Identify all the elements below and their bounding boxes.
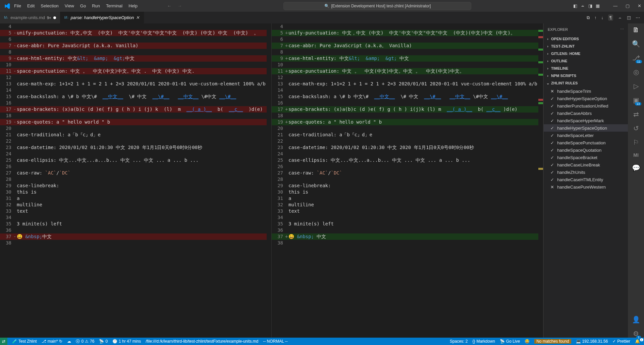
minimap-left[interactable] — [267, 23, 271, 338]
panel-open-editors[interactable]: OPEN EDITORS — [544, 35, 628, 43]
remote-icon[interactable]: ⇄ — [633, 110, 639, 118]
rule-item[interactable]: ✓handleCaseHTMLEntity — [544, 176, 628, 183]
menu-go[interactable]: Go — [77, 2, 89, 10]
panel-label: TEST-ZHLINT — [551, 44, 575, 48]
comment-icon[interactable]: 💬 — [632, 164, 640, 172]
status-prettier[interactable]: ✓ Prettier — [612, 339, 630, 344]
rule-item[interactable]: ✓handleSpaceLetter — [544, 132, 628, 139]
diff-right-pane[interactable]: 4 5+unify-punctuation: 中文，中文 (中文) 中文'中文'… — [272, 23, 543, 338]
braces-icon: {} — [472, 339, 475, 344]
code-line: 18 — [272, 113, 543, 119]
status-spaces[interactable]: Spaces: 2 — [450, 339, 468, 344]
window-minimize-icon[interactable]: — — [613, 3, 618, 8]
status-branch[interactable]: ⎇ main* ↻ — [42, 339, 63, 344]
more-icon[interactable]: ⋯ — [620, 27, 624, 31]
source-control-icon[interactable]: ⎇11 — [632, 54, 640, 62]
layout-panel-right-icon[interactable]: ◨ — [588, 3, 592, 8]
whitespace-icon[interactable]: ¶ — [608, 14, 613, 21]
status-ports[interactable]: 📡0 — [99, 339, 108, 344]
layout-panel-left-icon[interactable]: ◧ — [573, 3, 577, 8]
status-project[interactable]: 🧪 Test Zhlint — [12, 339, 37, 344]
status-problems[interactable]: ⓧ0 ⚠76 — [76, 339, 94, 344]
rule-item[interactable]: ✓handleHyperSpaceOption — [544, 95, 628, 102]
run-debug-icon[interactable]: ▷ — [634, 82, 639, 90]
panel-npm-scripts[interactable]: NPM SCRIPTS — [544, 72, 628, 79]
search-icon[interactable]: 🔍 — [632, 40, 640, 48]
window-close-icon[interactable]: ✕ — [638, 3, 641, 8]
code-line: 34 — [272, 214, 543, 221]
account-icon[interactable]: 👤 — [632, 316, 640, 324]
extensions-icon[interactable]: ▣13 — [633, 96, 639, 104]
status-emoji[interactable]: 😂 — [525, 339, 530, 344]
code-line: 4 — [272, 23, 543, 30]
code-line: 21 case-traditional: a「b『c』d」e — [272, 132, 543, 138]
status-language[interactable]: {} Markdown — [472, 339, 495, 344]
code-line: 13 case-math-exp: 1+1=2 1 + 1 = 2 1 + 2=… — [0, 81, 271, 87]
split-icon[interactable]: ◫ — [627, 15, 631, 20]
status-ip[interactable]: 💻 192.168.31.56 — [576, 339, 608, 344]
menu-view[interactable]: View — [62, 2, 77, 10]
radar-icon[interactable]: ◎ — [633, 68, 639, 76]
explorer-icon[interactable]: 🗎 — [633, 26, 639, 34]
rule-label: handleSpaceBracket — [557, 155, 597, 160]
status-time[interactable]: 🕐1 hr 47 mins — [112, 339, 141, 344]
nav-forward-icon[interactable]: → — [177, 3, 182, 8]
menu-help[interactable]: Help — [126, 2, 140, 10]
arrow-down-icon[interactable]: ↓ — [601, 15, 604, 20]
window-maximize-icon[interactable]: ▢ — [626, 3, 630, 8]
menu-file[interactable]: File — [11, 2, 24, 10]
rule-item[interactable]: ✓handlerPunctuationUnified — [544, 102, 628, 110]
rule-item[interactable]: ✓handleSpaceBracket — [544, 154, 628, 161]
rule-item[interactable]: ✓handleSpaceQuotation — [544, 146, 628, 154]
status-bell[interactable]: 🔔1 — [635, 339, 641, 344]
menu-selection[interactable]: Selection — [38, 2, 61, 10]
command-center[interactable]: 🔍 [Extension Development Host] test-zhli… — [283, 2, 471, 10]
rule-item[interactable]: ✕handleSpaceTrim — [544, 87, 628, 95]
status-find[interactable]: No matches found — [534, 339, 571, 344]
settings-gear-icon[interactable]: ⚙1 — [633, 330, 639, 338]
menu-edit[interactable]: Edit — [24, 2, 37, 10]
map-icon[interactable]: ⫠ — [618, 15, 622, 20]
clock-icon: 🕐 — [112, 339, 117, 344]
code-line: 18 — [0, 113, 271, 119]
tab[interactable]: M↓example-units.md9+ — [0, 12, 60, 23]
rule-item[interactable]: ✓handleSpaceHyperMark — [544, 117, 628, 124]
layout-customize-icon[interactable]: ▦ — [596, 3, 600, 8]
menu-run[interactable]: Run — [89, 2, 103, 10]
panel-zhlint-rules[interactable]: ZHLINT RULES — [544, 79, 628, 87]
status-path[interactable]: /file:///d:/k/learn/third-lib/test-zhlin… — [146, 339, 258, 344]
rule-label: handleCaseLineBreak — [557, 162, 600, 167]
code-line: 6 — [0, 36, 271, 43]
diff-left-pane[interactable]: 4 5-unify-punctuation: 中文,中文 (中文) 中文'中文'… — [0, 23, 272, 338]
rule-item[interactable]: ✓handleCaseLineBreak — [544, 161, 628, 168]
panel-outline[interactable]: OUTLINE — [544, 57, 628, 65]
status-cloud[interactable]: ☁ — [67, 339, 71, 344]
activity-bar: 🗎 🔍 ⎇11 ◎ ▷ ▣13 ⇄ ↺ ⚐ MI 💬 👤 ⚙1 — [628, 23, 644, 338]
status-golive[interactable]: 📡 Go Live — [500, 339, 520, 344]
tab[interactable]: M↓parse: handleHyperSpaceOption✕ — [60, 12, 144, 23]
bookmark-icon[interactable]: ⚐ — [633, 138, 639, 146]
panel-gitlens-home[interactable]: GITLENS: HOME — [544, 50, 628, 57]
panel-timeline[interactable]: TIMELINE — [544, 65, 628, 72]
code-line: 37-😀 &nbsp;中文 — [0, 233, 271, 240]
compare-icon[interactable]: ⧉ — [587, 15, 590, 20]
more-icon[interactable]: ⋯ — [636, 15, 640, 20]
arrow-up-icon[interactable]: ↑ — [594, 15, 597, 20]
history-icon[interactable]: ↺ — [633, 124, 639, 132]
rule-item[interactable]: ✓handleCaseAbbrs — [544, 110, 628, 117]
minimap-right[interactable] — [538, 23, 543, 338]
xiaomi-icon[interactable]: MI — [633, 152, 639, 158]
menu-terminal[interactable]: Terminal — [103, 2, 125, 10]
chevron-icon — [546, 52, 550, 56]
nav-back-icon[interactable]: ← — [167, 3, 171, 8]
layout-panel-bottom-icon[interactable]: ⫨ — [581, 3, 585, 8]
remote-indicator[interactable]: ⇄ — [0, 338, 7, 345]
panel-label: TIMELINE — [551, 66, 568, 70]
rule-item[interactable]: ✓handleHyperSpaceOption — [544, 124, 628, 132]
check-icon: ✓ — [550, 140, 554, 145]
rule-item[interactable]: ✓handleZhUnits — [544, 168, 628, 176]
rule-item[interactable]: ✕handleCasePureWestern — [544, 183, 628, 191]
panel-test-zhlint[interactable]: TEST-ZHLINT — [544, 43, 628, 50]
close-icon[interactable]: ✕ — [136, 15, 140, 20]
rule-item[interactable]: ✓handleSpacePunctuation — [544, 139, 628, 146]
